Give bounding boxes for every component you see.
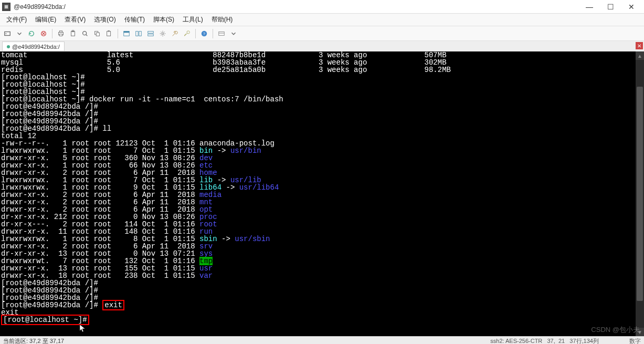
window1-icon[interactable]	[121, 28, 132, 39]
separator	[195, 29, 196, 38]
close-button[interactable]: ✕	[621, 0, 642, 14]
svg-rect-7	[59, 34, 62, 36]
maximize-button[interactable]: ☐	[600, 0, 621, 14]
quick-connect-icon[interactable]	[2, 28, 13, 39]
menu-edit[interactable]: 编辑(E)	[32, 14, 59, 25]
menu-view[interactable]: 查看(V)	[61, 14, 89, 25]
reconnect-icon[interactable]	[26, 28, 37, 39]
separator	[118, 29, 118, 38]
svg-rect-20	[148, 34, 154, 36]
menu-help[interactable]: 帮助(H)	[208, 14, 236, 25]
separator	[213, 29, 213, 38]
disconnect-icon[interactable]	[38, 28, 49, 39]
window-controls: — ☐ ✕	[579, 0, 642, 14]
tabbar: @e49d89942bda:/ ✕	[0, 41, 644, 51]
svg-rect-19	[148, 31, 154, 33]
svg-point-10	[83, 31, 87, 35]
terminal-area[interactable]: tomcat latest 882487b8be1d 3 weeks ago 5…	[0, 51, 644, 336]
close-all-tabs-button[interactable]: ✕	[636, 42, 643, 49]
scroll-down-button[interactable]: ▼	[636, 328, 644, 336]
settings-icon[interactable]	[157, 28, 168, 39]
window-title: @e49d89942bda:/	[14, 3, 579, 11]
scroll-up-button[interactable]: ▲	[636, 51, 644, 60]
svg-rect-16	[124, 31, 130, 33]
separator	[52, 29, 52, 38]
menu-script[interactable]: 脚本(S)	[150, 14, 177, 25]
toolbar: ?	[0, 26, 644, 41]
mouse-cursor-icon	[80, 325, 88, 333]
svg-rect-1	[5, 5, 8, 8]
menu-transfer[interactable]: 传输(T)	[121, 14, 148, 25]
titlebar: @e49d89942bda:/ — ☐ ✕	[0, 0, 644, 14]
svg-rect-25	[219, 32, 225, 35]
svg-point-3	[6, 33, 7, 34]
menu-arrow-icon[interactable]	[14, 28, 25, 39]
status-selection: 当前选区: 37,2 至 37,17	[3, 337, 64, 344]
key-icon[interactable]	[182, 28, 192, 39]
menu-tool[interactable]: 工具(L)	[180, 14, 206, 25]
help-icon[interactable]: ?	[199, 28, 209, 39]
svg-rect-13	[107, 31, 111, 36]
svg-rect-14	[108, 30, 110, 32]
find-icon[interactable]	[80, 28, 90, 39]
scroll-thumb[interactable]	[637, 87, 643, 301]
minimize-button[interactable]: —	[579, 0, 600, 14]
window3-icon[interactable]	[145, 28, 156, 39]
terminal-output[interactable]: tomcat latest 882487b8be1d 3 weeks ago 5…	[0, 51, 644, 324]
svg-rect-17	[136, 31, 138, 36]
svg-rect-6	[59, 30, 62, 32]
tab-label: @e49d89942bda:/	[12, 44, 60, 50]
session-tab[interactable]: @e49d89942bda:/	[2, 41, 65, 51]
menubar: 文件(F) 编辑(E) 查看(V) 选项(O) 传输(T) 脚本(S) 工具(L…	[0, 14, 644, 26]
scroll-track[interactable]	[636, 60, 644, 328]
tools-icon[interactable]	[170, 28, 180, 39]
svg-rect-2	[5, 32, 10, 35]
svg-rect-12	[96, 33, 99, 36]
sftp-icon[interactable]	[216, 28, 227, 39]
copy-icon[interactable]	[92, 28, 102, 39]
window2-icon[interactable]	[133, 28, 144, 39]
clipboard-icon[interactable]	[68, 28, 78, 39]
status-connection: ssh2: AES-256-CTR 37, 21 37行,134列 数字	[490, 337, 641, 344]
menu-option[interactable]: 选项(O)	[91, 14, 119, 25]
paste-icon[interactable]	[104, 28, 114, 39]
svg-text:?: ?	[203, 32, 205, 35]
app-icon	[2, 3, 10, 11]
terminal-scrollbar[interactable]: ▲ ▼	[636, 51, 644, 336]
tab-status-icon	[7, 45, 10, 48]
menu-arrow-icon[interactable]	[228, 28, 239, 39]
menu-file[interactable]: 文件(F)	[3, 14, 30, 25]
statusbar: 当前选区: 37,2 至 37,17 ssh2: AES-256-CTR 37,…	[0, 336, 644, 344]
print-icon[interactable]	[56, 28, 66, 39]
svg-point-21	[162, 33, 164, 35]
svg-rect-18	[139, 31, 141, 36]
